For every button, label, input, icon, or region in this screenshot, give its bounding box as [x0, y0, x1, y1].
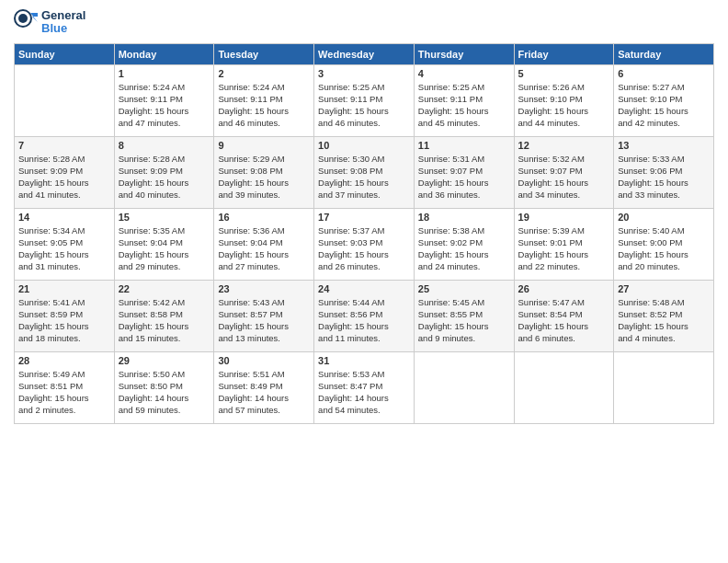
- day-number: 31: [318, 355, 410, 366]
- day-info: Sunrise: 5:29 AM Sunset: 9:08 PM Dayligh…: [218, 153, 310, 201]
- day-info: Sunrise: 5:45 AM Sunset: 8:55 PM Dayligh…: [418, 296, 510, 345]
- day-cell: 2Sunrise: 5:24 AM Sunset: 9:11 PM Daylig…: [214, 64, 314, 136]
- day-number: 26: [518, 283, 610, 294]
- day-cell: 27Sunrise: 5:48 AM Sunset: 8:52 PM Dayli…: [614, 280, 714, 351]
- day-cell: 5Sunrise: 5:26 AM Sunset: 9:10 PM Daylig…: [514, 64, 614, 136]
- day-cell: 14Sunrise: 5:34 AM Sunset: 9:05 PM Dayli…: [15, 208, 115, 280]
- day-info: Sunrise: 5:32 AM Sunset: 9:07 PM Dayligh…: [518, 153, 610, 201]
- day-number: 12: [518, 140, 610, 151]
- day-number: 13: [618, 140, 710, 151]
- week-row-5: 28Sunrise: 5:49 AM Sunset: 8:51 PM Dayli…: [15, 351, 714, 423]
- day-cell: 20Sunrise: 5:40 AM Sunset: 9:00 PM Dayli…: [614, 208, 714, 280]
- header-cell-wednesday: Wednesday: [314, 43, 415, 64]
- header-cell-friday: Friday: [514, 43, 614, 64]
- day-cell: 31Sunrise: 5:53 AM Sunset: 8:47 PM Dayli…: [314, 351, 415, 423]
- day-info: Sunrise: 5:25 AM Sunset: 9:11 PM Dayligh…: [418, 81, 510, 130]
- day-cell: 7Sunrise: 5:28 AM Sunset: 9:09 PM Daylig…: [15, 136, 115, 208]
- day-cell: 12Sunrise: 5:32 AM Sunset: 9:07 PM Dayli…: [514, 136, 614, 208]
- day-info: Sunrise: 5:50 AM Sunset: 8:50 PM Dayligh…: [119, 368, 210, 417]
- day-info: Sunrise: 5:39 AM Sunset: 9:01 PM Dayligh…: [518, 224, 610, 273]
- day-cell: 18Sunrise: 5:38 AM Sunset: 9:02 PM Dayli…: [414, 208, 514, 280]
- day-number: 14: [18, 212, 110, 223]
- day-cell: 19Sunrise: 5:39 AM Sunset: 9:01 PM Dayli…: [514, 208, 614, 280]
- day-cell: 23Sunrise: 5:43 AM Sunset: 8:57 PM Dayli…: [214, 280, 314, 351]
- day-cell: 9Sunrise: 5:29 AM Sunset: 9:08 PM Daylig…: [214, 136, 314, 208]
- day-cell: [514, 351, 614, 423]
- logo-text: General Blue: [14, 9, 85, 36]
- day-number: 30: [218, 355, 310, 366]
- day-number: 17: [318, 212, 410, 223]
- day-info: Sunrise: 5:30 AM Sunset: 9:08 PM Dayligh…: [318, 153, 410, 201]
- day-number: 5: [518, 68, 610, 79]
- logo: General Blue: [14, 9, 85, 36]
- day-number: 27: [618, 283, 710, 294]
- day-number: 6: [618, 68, 710, 79]
- day-cell: 1Sunrise: 5:24 AM Sunset: 9:11 PM Daylig…: [114, 64, 214, 136]
- day-number: 25: [418, 283, 510, 294]
- day-cell: 6Sunrise: 5:27 AM Sunset: 9:10 PM Daylig…: [614, 64, 714, 136]
- day-number: 3: [318, 68, 410, 79]
- day-info: Sunrise: 5:28 AM Sunset: 9:09 PM Dayligh…: [119, 153, 210, 201]
- week-row-1: 1Sunrise: 5:24 AM Sunset: 9:11 PM Daylig…: [15, 64, 714, 136]
- day-info: Sunrise: 5:47 AM Sunset: 8:54 PM Dayligh…: [518, 296, 610, 345]
- day-info: Sunrise: 5:25 AM Sunset: 9:11 PM Dayligh…: [318, 81, 410, 130]
- header-cell-thursday: Thursday: [414, 43, 514, 64]
- day-info: Sunrise: 5:41 AM Sunset: 8:59 PM Dayligh…: [18, 296, 110, 345]
- day-cell: [614, 351, 714, 423]
- day-cell: 3Sunrise: 5:25 AM Sunset: 9:11 PM Daylig…: [314, 64, 415, 136]
- day-info: Sunrise: 5:33 AM Sunset: 9:06 PM Dayligh…: [618, 153, 710, 201]
- day-info: Sunrise: 5:49 AM Sunset: 8:51 PM Dayligh…: [18, 368, 110, 417]
- day-number: 28: [18, 355, 110, 366]
- day-number: 19: [518, 212, 610, 223]
- day-cell: 29Sunrise: 5:50 AM Sunset: 8:50 PM Dayli…: [114, 351, 214, 423]
- day-number: 20: [618, 212, 710, 223]
- day-number: 29: [119, 355, 210, 366]
- day-info: Sunrise: 5:24 AM Sunset: 9:11 PM Dayligh…: [119, 81, 210, 130]
- day-cell: 11Sunrise: 5:31 AM Sunset: 9:07 PM Dayli…: [414, 136, 514, 208]
- day-info: Sunrise: 5:43 AM Sunset: 8:57 PM Dayligh…: [218, 296, 310, 345]
- week-row-4: 21Sunrise: 5:41 AM Sunset: 8:59 PM Dayli…: [15, 280, 714, 351]
- header-cell-tuesday: Tuesday: [214, 43, 314, 64]
- week-row-3: 14Sunrise: 5:34 AM Sunset: 9:05 PM Dayli…: [15, 208, 714, 280]
- day-info: Sunrise: 5:36 AM Sunset: 9:04 PM Dayligh…: [218, 224, 310, 273]
- week-row-2: 7Sunrise: 5:28 AM Sunset: 9:09 PM Daylig…: [15, 136, 714, 208]
- day-cell: 10Sunrise: 5:30 AM Sunset: 9:08 PM Dayli…: [314, 136, 415, 208]
- header-cell-sunday: Sunday: [15, 43, 115, 64]
- day-info: Sunrise: 5:24 AM Sunset: 9:11 PM Dayligh…: [218, 81, 310, 130]
- day-info: Sunrise: 5:44 AM Sunset: 8:56 PM Dayligh…: [318, 296, 410, 345]
- day-info: Sunrise: 5:48 AM Sunset: 8:52 PM Dayligh…: [618, 296, 710, 345]
- calendar-table: SundayMondayTuesdayWednesdayThursdayFrid…: [14, 43, 714, 424]
- day-info: Sunrise: 5:37 AM Sunset: 9:03 PM Dayligh…: [318, 224, 410, 273]
- day-number: 22: [119, 283, 210, 294]
- day-cell: [15, 64, 115, 136]
- day-number: 15: [119, 212, 210, 223]
- day-number: 10: [318, 140, 410, 151]
- day-cell: 8Sunrise: 5:28 AM Sunset: 9:09 PM Daylig…: [114, 136, 214, 208]
- day-number: 23: [218, 283, 310, 294]
- day-info: Sunrise: 5:26 AM Sunset: 9:10 PM Dayligh…: [518, 81, 610, 130]
- day-cell: 25Sunrise: 5:45 AM Sunset: 8:55 PM Dayli…: [414, 280, 514, 351]
- day-info: Sunrise: 5:35 AM Sunset: 9:04 PM Dayligh…: [119, 224, 210, 273]
- day-cell: 24Sunrise: 5:44 AM Sunset: 8:56 PM Dayli…: [314, 280, 415, 351]
- day-info: Sunrise: 5:53 AM Sunset: 8:47 PM Dayligh…: [318, 368, 410, 417]
- calendar-container: General Blue SundayMondayTuesdayWednesda…: [0, 0, 728, 563]
- day-cell: 15Sunrise: 5:35 AM Sunset: 9:04 PM Dayli…: [114, 208, 214, 280]
- day-number: 24: [318, 283, 410, 294]
- day-number: 4: [418, 68, 510, 79]
- header-row: SundayMondayTuesdayWednesdayThursdayFrid…: [15, 43, 714, 64]
- day-cell: 16Sunrise: 5:36 AM Sunset: 9:04 PM Dayli…: [214, 208, 314, 280]
- day-number: 18: [418, 212, 510, 223]
- day-number: 1: [119, 68, 210, 79]
- day-info: Sunrise: 5:38 AM Sunset: 9:02 PM Dayligh…: [418, 224, 510, 273]
- header: General Blue: [14, 9, 714, 36]
- day-cell: 28Sunrise: 5:49 AM Sunset: 8:51 PM Dayli…: [15, 351, 115, 423]
- day-number: 8: [119, 140, 210, 151]
- day-info: Sunrise: 5:51 AM Sunset: 8:49 PM Dayligh…: [218, 368, 310, 417]
- day-cell: 21Sunrise: 5:41 AM Sunset: 8:59 PM Dayli…: [15, 280, 115, 351]
- day-cell: 22Sunrise: 5:42 AM Sunset: 8:58 PM Dayli…: [114, 280, 214, 351]
- day-info: Sunrise: 5:42 AM Sunset: 8:58 PM Dayligh…: [119, 296, 210, 345]
- day-number: 9: [218, 140, 310, 151]
- day-info: Sunrise: 5:40 AM Sunset: 9:00 PM Dayligh…: [618, 224, 710, 273]
- day-info: Sunrise: 5:31 AM Sunset: 9:07 PM Dayligh…: [418, 153, 510, 201]
- svg-point-1: [18, 14, 28, 23]
